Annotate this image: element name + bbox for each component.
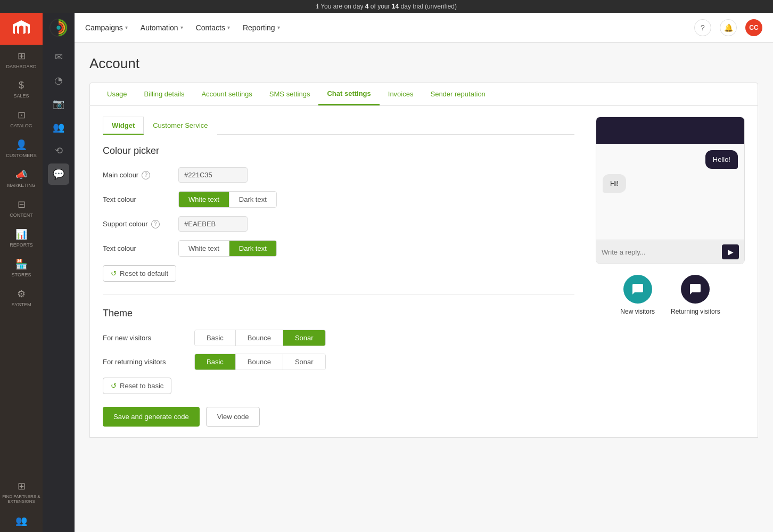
support-colour-label: Support colour ?: [103, 220, 172, 228]
sales-icon: $: [19, 80, 24, 91]
page-title: Account: [89, 55, 758, 72]
chat-send-button[interactable]: ▶: [722, 244, 739, 259]
sub-tab-widget[interactable]: Widget: [103, 117, 144, 135]
tab-chat-settings[interactable]: Chat settings: [318, 83, 379, 105]
text-colour-2-toggle: White text Dark text: [178, 240, 277, 257]
sub-tab-customer-service[interactable]: Customer Service: [144, 117, 217, 135]
sidebar-item-content[interactable]: ⊟ CONTENT: [0, 193, 43, 223]
reset-basic-icon: ↺: [111, 382, 117, 390]
returning-visitors-sonar-button[interactable]: Sonar: [283, 354, 325, 370]
support-colour-help-icon[interactable]: ?: [151, 220, 160, 228]
inner-sidebar-automation[interactable]: ⟲: [48, 140, 69, 161]
main-colour-help-icon[interactable]: ?: [142, 171, 150, 179]
reset-to-basic-button[interactable]: ↺ Reset to basic: [103, 378, 171, 394]
sub-tabs: Widget Customer Service: [103, 117, 574, 135]
sidebar-item-system[interactable]: ⚙ SYSTEM: [0, 283, 43, 313]
top-bar-text: ℹ You are on day 4 of your 14 day trial …: [316, 3, 457, 10]
sidebar-item-catalog[interactable]: ⊡ CATALOG: [0, 104, 43, 134]
main-content: Campaigns ▾ Automation ▾ Contacts ▾ Repo…: [75, 13, 773, 532]
text-colour-1-row: Text colour White text Dark text: [103, 191, 574, 208]
new-visitors-bounce-button[interactable]: Bounce: [235, 330, 283, 346]
tab-account-settings[interactable]: Account settings: [193, 84, 260, 105]
tab-billing[interactable]: Billing details: [136, 84, 193, 105]
new-visitors-chat-label: New visitors: [620, 308, 655, 315]
system-icon: ⚙: [17, 288, 26, 300]
nav-automation[interactable]: Automation ▾: [141, 21, 183, 34]
extensions-icon: ⊞: [18, 480, 26, 492]
new-visitors-row: For new visitors Basic Bounce Sonar: [103, 330, 574, 346]
returning-visitors-chat-icon[interactable]: [681, 275, 710, 304]
dark-text-button-2[interactable]: Dark text: [229, 241, 276, 256]
chat-input-area: ▶: [596, 240, 744, 264]
nav-reporting[interactable]: Reporting ▾: [243, 21, 280, 34]
sidebar-item-stores[interactable]: 🏪 STORES: [0, 253, 43, 283]
chat-preview: Hello! Hi! ▶: [596, 117, 745, 264]
returning-visitors-chat-label: Returning visitors: [671, 308, 720, 315]
magento-logo[interactable]: [0, 13, 43, 45]
inner-sidebar-analytics[interactable]: ◔: [48, 70, 69, 91]
sidebar-item-sales[interactable]: $ SALES: [0, 75, 43, 104]
white-text-button-2[interactable]: White text: [179, 241, 229, 256]
new-visitors-icon-item: New visitors: [620, 275, 655, 315]
sub-content: Widget Customer Service Colour picker Ma…: [89, 106, 758, 438]
main-tabs: Usage Billing details Account settings S…: [89, 83, 758, 106]
main-colour-input[interactable]: [178, 167, 248, 183]
text-colour-2-row: Text colour White text Dark text: [103, 240, 574, 257]
tab-usage[interactable]: Usage: [98, 84, 136, 105]
section-divider: [103, 294, 574, 295]
dark-text-button-1[interactable]: Dark text: [229, 192, 276, 207]
content-icon: ⊟: [18, 199, 26, 210]
colour-picker-section: Colour picker Main colour ?: [103, 145, 574, 282]
white-text-button-1[interactable]: White text: [179, 192, 229, 207]
omnisend-logo[interactable]: [48, 17, 69, 40]
reset-icon: ↺: [111, 269, 117, 277]
inner-sidebar-camera[interactable]: 📷: [48, 93, 69, 114]
chat-reply-input[interactable]: [602, 248, 718, 256]
chat-bubble-hello: Hello!: [705, 150, 738, 169]
tab-sms-settings[interactable]: SMS settings: [261, 84, 319, 105]
customers-icon: 👤: [15, 139, 27, 151]
sidebar-item-user[interactable]: 👥: [0, 510, 43, 532]
save-generate-code-button[interactable]: Save and generate code: [103, 407, 200, 427]
new-visitors-chat-icon[interactable]: [623, 275, 652, 304]
inner-sidebar-email[interactable]: ✉: [48, 46, 69, 68]
user-avatar[interactable]: CC: [745, 19, 762, 36]
sidebar-item-customers[interactable]: 👤 CUSTOMERS: [0, 134, 43, 163]
sidebar-item-extensions[interactable]: ⊞ FIND PARTNERS & EXTENSIONS: [0, 475, 43, 510]
notification-button[interactable]: 🔔: [720, 19, 737, 36]
new-visitors-sonar-button[interactable]: Sonar: [283, 330, 325, 346]
tab-invoices[interactable]: Invoices: [380, 84, 422, 105]
help-button[interactable]: ?: [694, 19, 711, 36]
chevron-down-icon: ▾: [125, 24, 128, 30]
nav-contacts[interactable]: Contacts ▾: [196, 21, 230, 34]
chevron-down-icon: ▾: [277, 24, 280, 30]
tab-sender-reputation[interactable]: Sender reputation: [422, 84, 494, 105]
sidebar-item-reports[interactable]: 📊 REPORTS: [0, 223, 43, 253]
chat-header: [596, 117, 744, 144]
support-colour-input[interactable]: [178, 216, 248, 232]
view-code-button[interactable]: View code: [206, 407, 260, 427]
left-panel: Widget Customer Service Colour picker Ma…: [103, 117, 574, 427]
header-navigation: Campaigns ▾ Automation ▾ Contacts ▾ Repo…: [75, 13, 773, 43]
stores-icon: 🏪: [15, 258, 27, 270]
inner-sidebar-contacts[interactable]: 👥: [48, 117, 69, 138]
inner-sidebar-chat[interactable]: 💬: [48, 163, 69, 185]
svg-point-1: [56, 26, 60, 29]
main-colour-row: Main colour ?: [103, 167, 574, 183]
returning-visitors-row: For returning visitors Basic Bounce Sona…: [103, 354, 574, 370]
new-visitors-toggle: Basic Bounce Sonar: [194, 330, 326, 346]
sidebar-item-marketing[interactable]: 📣 MARKETING: [0, 163, 43, 193]
chat-body: Hello! Hi!: [596, 144, 744, 240]
sidebar-item-dashboard[interactable]: ⊞ DASHBOARD: [0, 45, 43, 75]
returning-visitors-bounce-button[interactable]: Bounce: [235, 354, 283, 370]
top-notification-bar: ℹ You are on day 4 of your 14 day trial …: [0, 0, 773, 13]
chat-icons-row: New visitors Returning visitors: [596, 264, 745, 326]
new-visitors-basic-button[interactable]: Basic: [195, 330, 235, 346]
reset-to-default-button[interactable]: ↺ Reset to default: [103, 265, 176, 282]
returning-visitors-basic-button[interactable]: Basic: [195, 354, 235, 370]
dashboard-icon: ⊞: [18, 50, 26, 62]
new-visitors-label: For new visitors: [103, 334, 188, 342]
nav-campaigns[interactable]: Campaigns ▾: [85, 21, 128, 34]
header-nav-left: Campaigns ▾ Automation ▾ Contacts ▾ Repo…: [85, 21, 280, 34]
page-content: Account Usage Billing details Account se…: [75, 43, 773, 532]
